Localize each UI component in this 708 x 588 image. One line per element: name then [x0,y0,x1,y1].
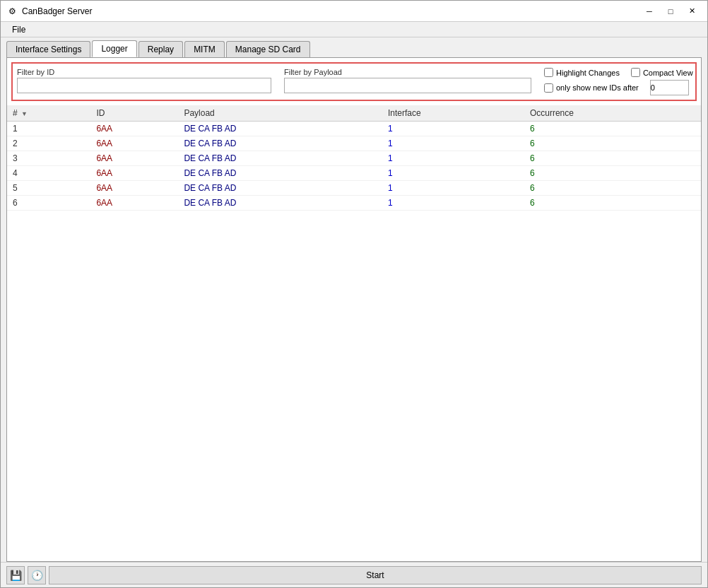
title-bar-left: ⚙ CanBadger Server [6,6,92,17]
title-bar-controls: ─ □ ✕ [639,4,702,18]
cell-interface: 1 [382,136,524,151]
highlight-changes-label: Highlight Changes [556,69,620,77]
cell-payload: DE CA FB AD [178,151,382,166]
filter-id-label: Filter by ID [17,68,278,76]
tab-replay[interactable]: Replay [138,41,183,57]
highlight-changes-checkbox-row[interactable]: Highlight Changes [544,68,620,77]
filter-panel: Filter by ID Filter by Payload Highlight… [11,62,697,101]
window-title: CanBadger Server [22,6,92,16]
cell-payload: DE CA FB AD [178,122,382,136]
cell-payload: DE CA FB AD [178,166,382,181]
table-row[interactable]: 3 6AA DE CA FB AD 1 6 [7,151,701,166]
save-button[interactable]: 💾 [6,566,25,584]
close-button[interactable]: ✕ [682,4,702,18]
table-row[interactable]: 4 6AA DE CA FB AD 1 6 [7,166,701,181]
cell-num: 3 [7,151,90,166]
tab-mitm[interactable]: MITM [184,41,225,57]
filter-payload-group: Filter by Payload [284,68,538,93]
history-button[interactable]: 🕐 [28,566,46,584]
cell-occurrence: 6 [524,151,701,166]
minimize-button[interactable]: ─ [639,4,659,18]
content-area: Filter by ID Filter by Payload Highlight… [6,57,702,562]
table-header-row: # ▼ ID Payload Interface Occurrence [7,105,701,122]
table-row[interactable]: 1 6AA DE CA FB AD 1 6 [7,122,701,136]
compact-view-label: Compact View [643,69,693,77]
cell-num: 5 [7,181,90,196]
start-button[interactable]: Start [49,566,702,584]
menu-bar: File [1,22,707,37]
cell-occurrence: 6 [524,136,701,151]
cell-num: 1 [7,122,90,136]
cell-occurrence: 6 [524,181,701,196]
cell-id: 6AA [90,151,178,166]
col-header-num[interactable]: # ▼ [7,105,90,122]
cell-interface: 1 [382,196,524,211]
cell-num: 2 [7,136,90,151]
col-header-payload: Payload [178,105,382,122]
cell-occurrence: 6 [524,166,701,181]
cell-id: 6AA [90,122,178,136]
table-row[interactable]: 6 6AA DE CA FB AD 1 6 [7,196,701,211]
compact-view-checkbox[interactable] [631,68,640,77]
only-show-new-checkbox[interactable] [544,83,553,93]
col-header-id: ID [90,105,178,122]
cell-payload: DE CA FB AD [178,136,382,151]
cell-occurrence: 6 [524,196,701,211]
tabs-bar: Interface Settings Logger Replay MITM Ma… [1,37,707,57]
filter-id-input[interactable] [17,78,271,93]
filter-options-row-2: only show new IDs after [544,80,693,95]
data-table: # ▼ ID Payload Interface Occurrence 1 6A… [7,105,701,211]
filter-id-group: Filter by ID [17,68,278,93]
cell-id: 6AA [90,166,178,181]
cell-num: 4 [7,166,90,181]
maximize-button[interactable]: □ [661,4,680,18]
cell-id: 6AA [90,181,178,196]
only-show-new-checkbox-row[interactable]: only show new IDs after [544,80,639,95]
cell-id: 6AA [90,136,178,151]
tab-interface-settings[interactable]: Interface Settings [6,41,90,57]
table-body: 1 6AA DE CA FB AD 1 6 2 6AA DE CA FB AD … [7,122,701,211]
col-header-occurrence: Occurrence [524,105,701,122]
bottom-bar: 💾 🕐 Start [1,562,707,587]
menu-file[interactable]: File [6,23,31,36]
tab-logger[interactable]: Logger [92,40,136,57]
filter-payload-label: Filter by Payload [284,68,538,76]
main-window: ⚙ CanBadger Server ─ □ ✕ File Interface … [0,0,708,588]
filter-options: Highlight Changes Compact View only show… [544,68,693,95]
compact-view-checkbox-row[interactable]: Compact View [631,68,693,77]
cell-interface: 1 [382,166,524,181]
only-show-new-spinbox[interactable] [650,80,689,95]
table-row[interactable]: 2 6AA DE CA FB AD 1 6 [7,136,701,151]
filter-options-row-1: Highlight Changes Compact View [544,68,693,77]
app-icon: ⚙ [6,6,18,17]
highlight-changes-checkbox[interactable] [544,68,553,77]
sort-arrow-icon: ▼ [21,110,28,117]
cell-occurrence: 6 [524,122,701,136]
cell-payload: DE CA FB AD [178,196,382,211]
cell-payload: DE CA FB AD [178,181,382,196]
col-header-interface: Interface [382,105,524,122]
tab-manage-sd-card[interactable]: Manage SD Card [226,41,310,57]
save-icon: 💾 [10,570,22,581]
table-row[interactable]: 5 6AA DE CA FB AD 1 6 [7,181,701,196]
cell-id: 6AA [90,196,178,211]
cell-num: 6 [7,196,90,211]
history-icon: 🕐 [31,570,43,581]
cell-interface: 1 [382,122,524,136]
filter-payload-input[interactable] [284,78,531,93]
title-bar: ⚙ CanBadger Server ─ □ ✕ [1,1,707,22]
cell-interface: 1 [382,151,524,166]
table-container: # ▼ ID Payload Interface Occurrence 1 6A… [7,105,701,561]
cell-interface: 1 [382,181,524,196]
only-show-new-label: only show new IDs after [556,83,639,92]
